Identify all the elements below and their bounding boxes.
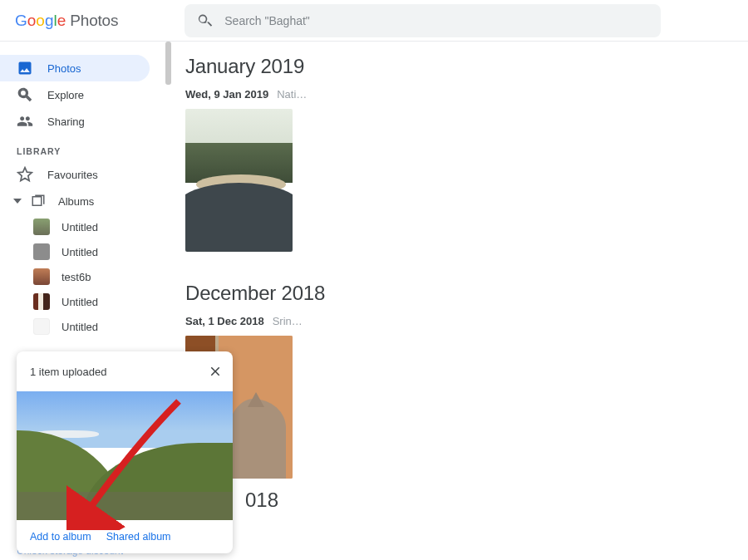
- month-title-partial: 018: [245, 489, 278, 511]
- shared-album-button[interactable]: Shared album: [106, 531, 171, 543]
- toast-header: 1 item uploaded: [17, 351, 233, 391]
- image-icon: [17, 60, 33, 76]
- album-thumbnail: [33, 219, 50, 235]
- people-icon: [17, 113, 33, 130]
- star-icon: [17, 166, 33, 183]
- location-label: Srinag…: [273, 315, 306, 327]
- sidebar-album-item[interactable]: Untitled: [0, 214, 164, 239]
- album-label: Untitled: [62, 246, 98, 258]
- sidebar-section-library: LIBRARY: [0, 135, 164, 161]
- album-thumbnail: [33, 318, 50, 335]
- search-icon: [196, 12, 213, 29]
- month-title: December 2018: [185, 282, 748, 305]
- date-row: Sat, 1 Dec 2018 Srinag…: [185, 315, 748, 327]
- sidebar-item-label: Sharing: [47, 115, 85, 128]
- sidebar-album-item[interactable]: Untitled: [0, 314, 164, 339]
- photos-content: January 2019 Wed, 9 Jan 2019 Natio… Dece…: [172, 42, 748, 560]
- sidebar-item-label: Explore: [47, 89, 84, 101]
- search-input[interactable]: Search "Baghat": [185, 4, 661, 37]
- chevron-down-icon: [13, 199, 22, 204]
- search-placeholder: Search "Baghat": [224, 14, 310, 27]
- sidebar-item-albums[interactable]: Albums: [0, 188, 164, 214]
- month-section: December 2018 Sat, 1 Dec 2018 Srinag…: [185, 282, 748, 479]
- uploaded-photo-preview[interactable]: [17, 391, 233, 520]
- sidebar-item-explore[interactable]: Explore: [0, 81, 150, 108]
- month-section: 018: [185, 489, 748, 512]
- date-row: Wed, 9 Jan 2019 Natio…: [185, 88, 748, 101]
- google-logo: Google: [15, 12, 66, 30]
- sidebar-item-label: Photos: [47, 62, 81, 75]
- album-label: Untitled: [62, 221, 98, 233]
- upload-toast: 1 item uploaded Add to album Shared albu…: [17, 351, 233, 553]
- sidebar-album-item[interactable]: Untitled: [0, 239, 164, 264]
- location-label: Natio…: [277, 88, 310, 101]
- month-title: January 2019: [185, 55, 748, 78]
- scrollbar-thumb[interactable]: [165, 42, 171, 85]
- sidebar-item-label: Favourites: [47, 169, 98, 181]
- album-thumbnail: [33, 268, 50, 285]
- sidebar-album-item[interactable]: test6b: [0, 264, 164, 289]
- explore-icon: [17, 86, 33, 103]
- sidebar-album-item[interactable]: Untitled: [0, 289, 164, 314]
- album-icon: [31, 194, 46, 209]
- album-label: test6b: [62, 271, 91, 283]
- album-thumbnail: [33, 243, 50, 260]
- sidebar-item-label: Albums: [58, 195, 94, 208]
- app-header: Google Photos Search "Baghat": [0, 0, 748, 41]
- month-section: January 2019 Wed, 9 Jan 2019 Natio…: [185, 55, 748, 252]
- toast-actions: Add to album Shared album: [17, 520, 233, 553]
- album-label: Untitled: [62, 296, 98, 308]
- sidebar-item-sharing[interactable]: Sharing: [0, 108, 150, 135]
- app-name: Photos: [70, 12, 118, 30]
- close-icon[interactable]: [208, 364, 223, 379]
- sidebar-item-photos[interactable]: Photos: [0, 55, 150, 81]
- date-label: Sat, 1 Dec 2018: [185, 315, 264, 327]
- photo-thumbnail[interactable]: [185, 109, 293, 252]
- album-label: Untitled: [62, 321, 98, 333]
- add-to-album-button[interactable]: Add to album: [30, 531, 91, 543]
- album-thumbnail: [33, 293, 50, 310]
- toast-title: 1 item uploaded: [30, 366, 107, 378]
- date-label: Wed, 9 Jan 2019: [185, 88, 268, 101]
- app-logo[interactable]: Google Photos: [13, 12, 118, 30]
- sidebar-item-favourites[interactable]: Favourites: [0, 161, 150, 188]
